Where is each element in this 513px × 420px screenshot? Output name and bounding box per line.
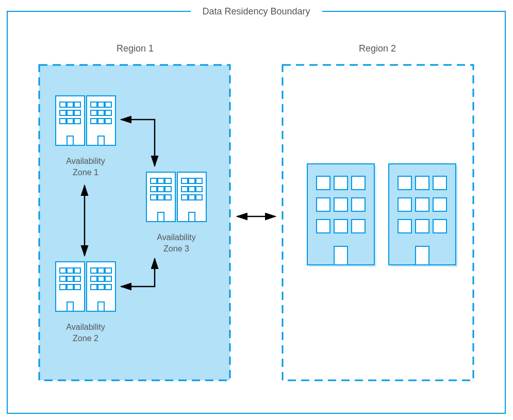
region2-datacenter-1-icon: [307, 164, 376, 267]
region2-datacenter-2-icon: [389, 164, 458, 267]
zone3-label-line1: Availability: [157, 233, 195, 242]
zone3-label-line2: Zone 3: [163, 244, 189, 253]
zone1-label-line2: Zone 1: [73, 168, 98, 177]
zone2-label-line2: Zone 2: [73, 334, 98, 343]
diagram-canvas: Data Residency Boundary Region 1 Availab…: [0, 0, 513, 420]
boundary-title: Data Residency Boundary: [202, 6, 310, 16]
region1-title: Region 1: [117, 43, 154, 54]
region2-title: Region 2: [359, 43, 396, 54]
zone2-label-line1: Availability: [66, 323, 105, 331]
zone1-label-line1: Availability: [66, 157, 105, 165]
